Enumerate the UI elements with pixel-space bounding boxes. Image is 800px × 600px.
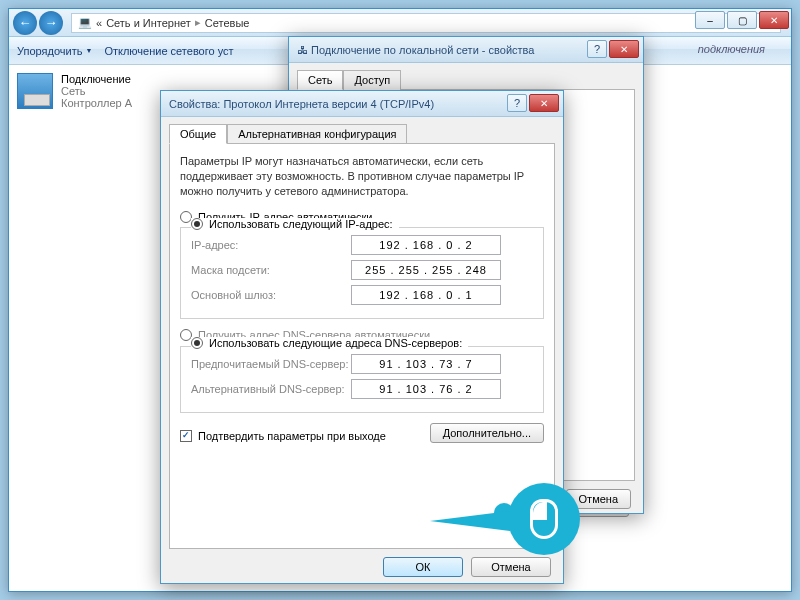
breadcrumb[interactable]: 💻 « Сеть и Интернет ▸ Сетевые xyxy=(71,13,781,33)
radio-use-static-ip[interactable]: Использовать следующий IP-адрес: xyxy=(191,218,399,230)
alternate-dns-input[interactable]: 91 . 103 . 76 . 2 xyxy=(351,379,501,399)
radio-icon-selected xyxy=(191,337,203,349)
conn-close-button[interactable]: ✕ xyxy=(609,40,639,58)
validate-on-exit-checkbox[interactable]: Подтвердить параметры при выходе xyxy=(180,430,386,442)
ip-close-button[interactable]: ✕ xyxy=(529,94,559,112)
breadcrumb-seg-1[interactable]: Сеть и Интернет xyxy=(106,17,191,29)
tab-general[interactable]: Общие xyxy=(169,124,227,144)
titlebar: ← → 💻 « Сеть и Интернет ▸ Сетевые – ▢ ✕ xyxy=(9,9,791,37)
breadcrumb-trail: подключения xyxy=(698,43,765,55)
organize-menu[interactable]: Упорядочить▼ xyxy=(17,45,92,57)
ip-desc-text: Параметры IP могут назначаться автоматич… xyxy=(180,154,544,199)
mouse-icon xyxy=(530,499,558,539)
disable-device-button[interactable]: Отключение сетевого уст xyxy=(104,45,233,57)
ok-button[interactable]: ОК xyxy=(383,557,463,577)
connection-adapter: Контроллер A xyxy=(61,97,132,109)
ipv4-properties-dialog: Свойства: Протокол Интернета версии 4 (T… xyxy=(160,90,564,584)
shield-icon: 🖧 xyxy=(297,44,308,56)
ip-address-input[interactable]: 192 . 168 . 0 . 2 xyxy=(351,235,501,255)
preferred-dns-input[interactable]: 91 . 103 . 73 . 7 xyxy=(351,354,501,374)
tab-alternative[interactable]: Альтернативная конфигурация xyxy=(227,124,407,144)
back-button[interactable]: ← xyxy=(13,11,37,35)
label-dns1: Предпочитаемый DNS-сервер: xyxy=(191,358,351,370)
gateway-input[interactable]: 192 . 168 . 0 . 1 xyxy=(351,285,501,305)
static-ip-group: Использовать следующий IP-адрес: IP-адре… xyxy=(180,227,544,319)
help-button[interactable]: ? xyxy=(587,40,607,58)
label-dns2: Альтернативный DNS-сервер: xyxy=(191,383,351,395)
radio-use-static-dns[interactable]: Использовать следующие адреса DNS-сервер… xyxy=(191,337,468,349)
label-mask: Маска подсети: xyxy=(191,264,351,276)
breadcrumb-seg-2[interactable]: Сетевые xyxy=(205,17,250,29)
ipv4-dialog-title: Свойства: Протокол Интернета версии 4 (T… xyxy=(161,91,563,117)
forward-button[interactable]: → xyxy=(39,11,63,35)
minimize-button[interactable]: – xyxy=(695,11,725,29)
network-icon: 💻 xyxy=(78,16,92,29)
lan-icon xyxy=(17,73,53,109)
subnet-mask-input[interactable]: 255 . 255 . 255 . 248 xyxy=(351,260,501,280)
conn-dialog-title: 🖧 Подключение по локальной сети - свойст… xyxy=(289,37,643,63)
label-ip: IP-адрес: xyxy=(191,239,351,251)
mouse-click-callout xyxy=(508,483,580,555)
tab-network[interactable]: Сеть xyxy=(297,70,343,90)
cancel-button[interactable]: Отмена xyxy=(471,557,551,577)
label-gateway: Основной шлюз: xyxy=(191,289,351,301)
advanced-button[interactable]: Дополнительно... xyxy=(430,423,544,443)
connection-subtitle: Сеть xyxy=(61,85,132,97)
static-dns-group: Использовать следующие адреса DNS-сервер… xyxy=(180,346,544,413)
help-button-ip[interactable]: ? xyxy=(507,94,527,112)
tab-access[interactable]: Доступ xyxy=(343,70,401,90)
maximize-button[interactable]: ▢ xyxy=(727,11,757,29)
checkbox-icon xyxy=(180,430,192,442)
close-button[interactable]: ✕ xyxy=(759,11,789,29)
connection-title: Подключение xyxy=(61,73,132,85)
radio-icon-selected xyxy=(191,218,203,230)
